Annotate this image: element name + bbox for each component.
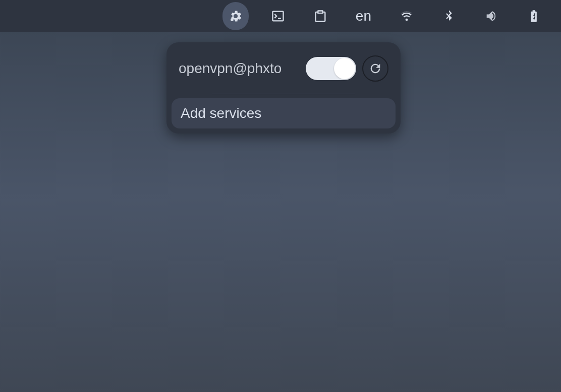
terminal-button[interactable]	[265, 2, 291, 30]
clipboard-icon	[313, 9, 327, 23]
add-services-label: Add services	[181, 105, 261, 121]
volume-button[interactable]	[478, 2, 504, 30]
bluetooth-icon	[442, 9, 456, 23]
terminal-icon	[271, 9, 285, 23]
refresh-icon	[368, 61, 382, 76]
divider	[212, 94, 355, 94]
toggle-knob	[334, 58, 355, 79]
volume-icon	[484, 9, 498, 23]
refresh-button[interactable]	[362, 55, 388, 82]
clipboard-button[interactable]	[307, 2, 333, 30]
wifi-icon	[400, 9, 414, 23]
language-label: en	[356, 8, 371, 24]
service-name-label: openvpn@phxto	[179, 60, 300, 77]
settings-button[interactable]	[222, 2, 249, 30]
top-bar: en	[0, 0, 561, 32]
battery-button[interactable]	[521, 2, 547, 30]
service-row: openvpn@phxto	[172, 47, 396, 90]
add-services-button[interactable]: Add services	[172, 98, 396, 128]
svg-point-0	[231, 18, 234, 21]
gear-icon	[229, 9, 243, 23]
language-button[interactable]: en	[350, 2, 377, 30]
service-toggle[interactable]	[306, 57, 356, 80]
battery-charging-icon	[527, 9, 541, 23]
services-panel: openvpn@phxto Add services	[166, 42, 401, 134]
wifi-button[interactable]	[394, 2, 420, 30]
bluetooth-button[interactable]	[436, 2, 462, 30]
